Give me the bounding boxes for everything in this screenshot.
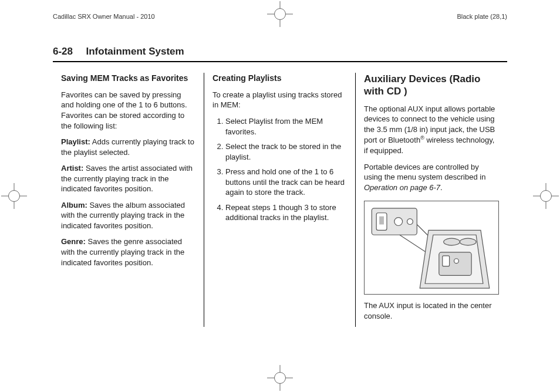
section-title: Infotainment System <box>86 46 184 57</box>
console-diagram-icon <box>365 201 498 294</box>
operation-page-ref: Operation on page 6-7 <box>364 183 440 192</box>
svg-rect-2 <box>379 217 384 225</box>
manual-page: Cadillac SRX Owner Manual - 2010 Black p… <box>0 0 560 392</box>
col3-p2c: . <box>440 183 443 192</box>
col3-para2: Portable devices are controlled by using… <box>364 162 499 193</box>
registered-mark-icon: ® <box>420 135 424 141</box>
registration-mark-bottom <box>267 365 293 391</box>
col1-item-artist: Artist: Saves the artist associated with… <box>61 163 195 194</box>
col1-item-genre: Genre: Saves the genre associated with t… <box>61 236 195 268</box>
svg-point-11 <box>454 259 459 263</box>
col3-p2a: Portable devices are controlled by using… <box>364 163 485 182</box>
col1-item-album: Album: Saves the album associated with t… <box>61 200 195 231</box>
col3-para1: The optional AUX input allows portable d… <box>364 104 499 156</box>
step-3: Press and hold one of the 1 to 6 buttons… <box>225 167 347 198</box>
step-4: Repeat steps 1 though 3 to store additio… <box>225 202 347 223</box>
column-2: Creating Playlists To create a playlist … <box>204 73 355 327</box>
plate-designation: Black plate (28,1) <box>457 13 507 20</box>
label-playlist: Playlist: <box>61 137 90 146</box>
registration-mark-left <box>1 183 27 209</box>
svg-point-4 <box>407 219 413 225</box>
label-album: Album: <box>61 201 87 209</box>
col2-steps: Select Playlist from the MEM favorites. … <box>225 116 347 223</box>
column-3: Auxiliary Devices (Radio with CD ) The o… <box>355 73 507 327</box>
col2-intro: To create a playlist using tracks stored… <box>212 90 347 110</box>
col1-intro: Favorites can be saved by pressing and h… <box>61 90 195 131</box>
svg-point-9 <box>444 238 460 245</box>
registration-mark-right <box>533 183 559 209</box>
aux-input-illustration <box>364 201 499 295</box>
column-1: Saving MEM Tracks as Favorites Favorites… <box>53 73 204 327</box>
svg-point-8 <box>460 238 476 245</box>
manual-title: Cadillac SRX Owner Manual - 2010 <box>53 13 155 20</box>
step-2: Select the track to be stored in the pla… <box>225 141 347 162</box>
svg-rect-10 <box>443 256 450 266</box>
col3-heading: Auxiliary Devices (Radio with CD ) <box>364 73 499 98</box>
print-header: Cadillac SRX Owner Manual - 2010 Black p… <box>53 13 507 26</box>
label-genre: Genre: <box>61 237 86 246</box>
label-artist: Artist: <box>61 164 83 173</box>
aux-caption: The AUX input is located in the center c… <box>364 300 499 321</box>
col2-heading: Creating Playlists <box>212 73 347 84</box>
col1-item-playlist: Playlist: Adds currently playing track t… <box>61 137 195 157</box>
content-frame: 6-28 Infotainment System Saving MEM Trac… <box>53 46 507 364</box>
col1-heading: Saving MEM Tracks as Favorites <box>61 73 195 84</box>
columns: Saving MEM Tracks as Favorites Favorites… <box>53 73 507 327</box>
step-1: Select Playlist from the MEM favorites. <box>225 116 347 137</box>
svg-point-3 <box>394 218 403 226</box>
page-number: 6-28 <box>53 46 73 57</box>
page-header: 6-28 Infotainment System <box>53 46 507 62</box>
